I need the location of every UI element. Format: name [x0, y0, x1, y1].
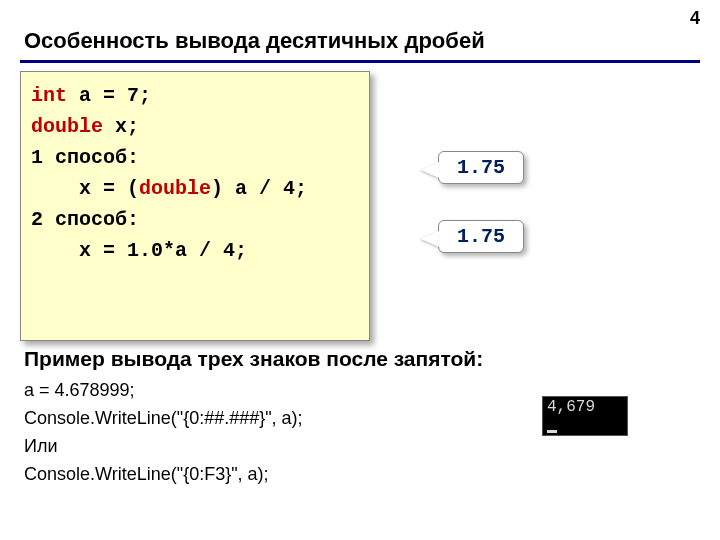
result-callout-1: 1.75	[438, 151, 524, 184]
result-callout-2: 1.75	[438, 220, 524, 253]
example-subtitle: Пример вывода трех знаков после запятой:	[0, 341, 720, 373]
page-number: 4	[690, 8, 700, 29]
keyword-double-cast: double	[139, 177, 211, 200]
method2-code: x = 1.0*a / 4;	[31, 235, 359, 266]
code-text: a = 7;	[67, 84, 151, 107]
method1-code: x = (double) a / 4;	[31, 173, 359, 204]
keyword-double: double	[31, 115, 103, 138]
content-row: int a = 7; double x; 1 способ: x = (doub…	[0, 71, 720, 341]
method2-label: 2 способ:	[31, 204, 359, 235]
code-block: int a = 7; double x; 1 способ: x = (doub…	[20, 71, 370, 341]
example-line-4: Console.WriteLine("{0:F3}", a);	[24, 461, 696, 489]
code-line-1: int a = 7;	[31, 80, 359, 111]
slide-title: Особенность вывода десятичных дробей	[0, 0, 720, 58]
keyword-int: int	[31, 84, 67, 107]
code-line-2: double x;	[31, 111, 359, 142]
example-line-3: Или	[24, 433, 696, 461]
code-text: x = (	[31, 177, 139, 200]
console-output-text: 4,679	[547, 399, 623, 416]
code-text: ) a / 4;	[211, 177, 307, 200]
console-cursor	[547, 430, 557, 433]
console-screenshot: 4,679	[542, 396, 628, 436]
results-column: 1.75 1.75	[398, 71, 524, 253]
method1-label: 1 способ:	[31, 142, 359, 173]
title-underline	[20, 60, 700, 63]
code-text: x;	[103, 115, 139, 138]
